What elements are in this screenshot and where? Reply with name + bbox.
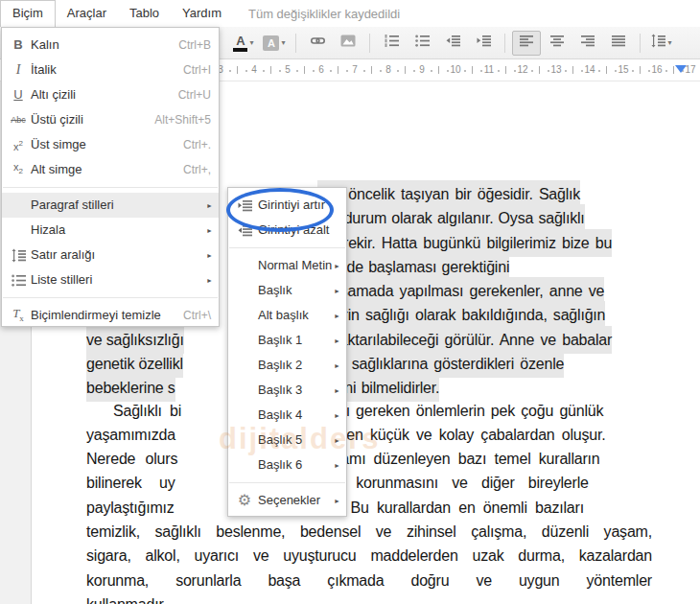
- toolbar-separator: [369, 34, 370, 53]
- ruler-number: 7: [352, 64, 358, 75]
- dropdown-caret-icon: ▾: [249, 38, 253, 47]
- ruler-tick: [346, 70, 348, 72]
- bulleted-list-icon: [9, 267, 28, 292]
- align-justify-icon: [612, 34, 626, 52]
- increase-indent-button[interactable]: [469, 31, 498, 56]
- submenu-arrow-icon: ►: [334, 453, 340, 478]
- autosave-status: Tüm değişiklikler kaydedildi: [248, 7, 400, 21]
- submenu-arrow-icon: ►: [206, 194, 213, 219]
- ruler-tick: [263, 70, 265, 72]
- ruler-tick: [673, 66, 674, 74]
- ruler-tick: [380, 70, 382, 72]
- format-menu-item-satır-aralığı[interactable]: Satır aralığı►: [2, 243, 219, 267]
- menu-item-label: Seçenekler: [258, 493, 320, 507]
- menu-item-label: Başlık: [258, 283, 292, 297]
- paragraph-styles-item-başlık[interactable]: Başlık►: [228, 278, 346, 303]
- right-indent-marker[interactable]: [675, 65, 687, 73]
- paragraph-styles-item-başlık-3[interactable]: Başlık 3►: [228, 378, 346, 403]
- format-menu-item-üst-simge[interactable]: x2Üst simgeCtrl+.: [2, 132, 219, 157]
- ruler-number: 13: [550, 64, 561, 75]
- paragraph-styles-item-başlık-5[interactable]: Başlık 5►: [228, 428, 346, 453]
- submenu-arrow-icon: ►: [334, 354, 340, 379]
- menubar-item-yardım[interactable]: Yardım: [171, 1, 233, 26]
- image-icon: [340, 34, 356, 52]
- paragraph-styles-item-başlık-6[interactable]: Başlık 6►: [228, 453, 346, 477]
- align-left-button[interactable]: [512, 31, 541, 56]
- decrease-indent-button[interactable]: [438, 31, 467, 56]
- menu-item-shortcut: Ctrl+I: [183, 58, 211, 82]
- menu-item-label: Kalın: [31, 37, 59, 52]
- text-segment: bebeklerine s: [86, 374, 175, 402]
- paragraph-styles-item-normal-metin[interactable]: Normal Metin►: [228, 253, 346, 278]
- text-segment: yaşamı düzenleyen bazı temel kuralların: [317, 447, 600, 471]
- format-menu-item-liste-stilleri[interactable]: Liste stilleri►: [2, 267, 219, 292]
- align-right-button[interactable]: [573, 31, 602, 56]
- insert-image-button[interactable]: [334, 31, 362, 56]
- ruler-tick: [464, 70, 466, 72]
- format-menu-item-alt-simge[interactable]: x2Alt simgeCtrl+,: [2, 157, 219, 182]
- paragraph-styles-item-başlık-1[interactable]: Başlık 1►: [228, 328, 346, 353]
- ruler-number: 5: [285, 64, 291, 75]
- ruler-number: 10: [450, 64, 460, 75]
- highlight-color-button[interactable]: A▾: [260, 31, 289, 56]
- format-menu-item-hizala[interactable]: Hizala►: [2, 218, 219, 243]
- bulleted-list-button[interactable]: [408, 31, 436, 56]
- ruler-number: 14: [584, 64, 595, 75]
- format-menu-item-paragraf-stilleri[interactable]: Paragraf stilleri►: [2, 193, 219, 218]
- ruler-tick: [581, 70, 583, 72]
- text-segment: bir durum olarak algılanır. Oysa sağlıkl…: [317, 204, 585, 232]
- menu-item-shortcut: Ctrl+U: [178, 82, 211, 107]
- menubar-item-tablo[interactable]: Tablo: [118, 1, 171, 26]
- bold-icon: B: [9, 33, 28, 58]
- numbered-list-button[interactable]: [377, 31, 406, 56]
- justify-button[interactable]: [604, 31, 633, 56]
- ruler-tick: [531, 70, 533, 72]
- ruler-number: 4: [251, 64, 257, 75]
- ruler-tick: [270, 66, 271, 74]
- menu-item-label: Başlık 1: [258, 333, 302, 347]
- text-segment: Nerede olurs: [86, 447, 177, 471]
- menu-item-shortcut: Ctrl+,: [183, 157, 211, 182]
- submenu-arrow-icon: ►: [334, 379, 340, 404]
- text-segment: tırır. Bu kurallardan en önemli bazıları: [317, 496, 584, 520]
- line-spacing-button[interactable]: ▾: [647, 31, 676, 56]
- menu-separator: [229, 482, 345, 483]
- format-menu-item-üstü-çizili[interactable]: AbcÜstü çiziliAlt+Shift+5: [2, 107, 219, 132]
- menu-item-label: Normal Metin: [258, 258, 332, 272]
- ruler-tick: [431, 70, 432, 72]
- menu-item-shortcut: Ctrl+B: [178, 33, 211, 58]
- text-segment: kullanmadır.: [86, 592, 167, 604]
- insert-link-button[interactable]: [303, 31, 332, 56]
- menubar-item-biçim[interactable]: Biçim: [0, 0, 56, 27]
- submenu-arrow-icon: ►: [334, 489, 340, 514]
- format-menu-item-i̇talik[interactable]: IİtalikCtrl+I: [2, 58, 219, 82]
- dropdown-caret-icon: ▾: [281, 38, 285, 47]
- italic-icon: I: [9, 58, 28, 82]
- paragraph-styles-item-alt-başlık[interactable]: Alt başlık►: [228, 303, 346, 328]
- menu-item-shortcut: Ctrl+\: [183, 303, 211, 328]
- text-segment: ığın korunmasını ve diğer bireylerle: [317, 471, 589, 495]
- indent-icon: [477, 34, 491, 52]
- align-center-button[interactable]: [543, 31, 572, 56]
- align-right-icon: [581, 34, 595, 52]
- format-menu-item-biçimlendirmeyi-temizle[interactable]: TxBiçimlendirmeyi temizleCtrl+\: [2, 303, 219, 328]
- paragraph-styles-item-başlık-2[interactable]: Başlık 2►: [228, 353, 346, 378]
- underline-icon: U: [9, 82, 28, 107]
- text-segment: ması gereken önlemlerin pek çoğu günlük: [317, 399, 603, 423]
- menu-item-label: İtalik: [31, 62, 57, 77]
- paragraph-styles-item-başlık-4[interactable]: Başlık 4►: [228, 403, 346, 428]
- menubar-item-araçlar[interactable]: Araçlar: [56, 1, 118, 26]
- format-menu-item-kalın[interactable]: BKalınCtrl+B: [2, 33, 219, 58]
- text-line: temizlik, sağlıklı beslenme, bedensel ve…: [86, 520, 652, 544]
- text-color-button[interactable]: A▾: [229, 31, 258, 56]
- menu-item-label: Başlık 2: [258, 358, 302, 372]
- align-center-icon: [550, 34, 565, 52]
- ruler-tick: [632, 70, 634, 72]
- format-menu-item-altı-çizili[interactable]: UAltı çiziliCtrl+U: [2, 82, 219, 107]
- text-segment: bilinerek uy: [86, 471, 175, 495]
- paragraph-styles-item-seçenekler[interactable]: ⚙Seçenekler►: [228, 488, 346, 513]
- paragraph-styles-submenu: Girintiyi artırGirintiyi azaltNormal Met…: [227, 187, 347, 517]
- ruler-tick: [648, 70, 650, 72]
- numbered-list-icon: [385, 34, 399, 52]
- text-line: korunma, sorunlarla başa çıkmada doğru v…: [86, 569, 652, 592]
